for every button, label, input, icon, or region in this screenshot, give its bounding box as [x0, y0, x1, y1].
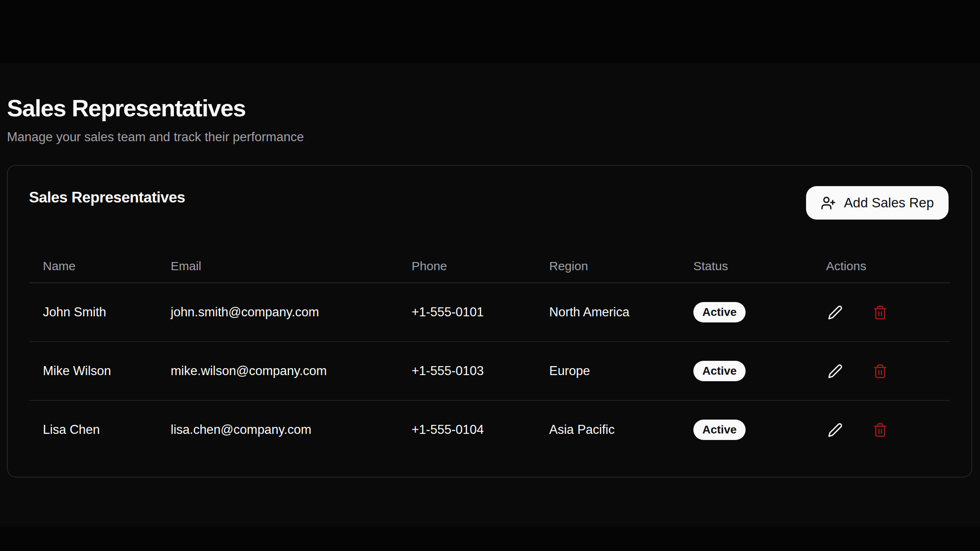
page-subtitle: Manage your sales team and track their p… [7, 129, 304, 145]
edit-button[interactable] [826, 421, 844, 439]
column-header-actions: Actions [812, 250, 950, 283]
delete-button[interactable] [871, 303, 889, 321]
region-cell: Asia Pacific [535, 400, 679, 459]
table-row: Lisa Chen lisa.chen@company.com +1-555-0… [29, 400, 950, 459]
region-cell: Europe [535, 342, 679, 400]
phone-cell: +1-555-0104 [398, 400, 535, 459]
trash-icon [873, 305, 888, 320]
pencil-icon [828, 305, 843, 320]
actions-cell [812, 342, 950, 400]
user-plus-icon [821, 196, 836, 211]
trash-icon [873, 422, 888, 438]
status-badge: Active [693, 420, 746, 440]
name-cell: Lisa Chen [29, 400, 157, 459]
reps-table: Name Email Phone Region Status Actions J… [29, 250, 950, 459]
name-cell: John Smith [29, 283, 157, 342]
region-cell: North America [535, 283, 679, 342]
pencil-icon [828, 364, 843, 379]
table-header-row: Name Email Phone Region Status Actions [29, 250, 950, 283]
table-row: John Smith john.smith@company.com +1-555… [29, 283, 950, 342]
column-header-phone: Phone [398, 250, 535, 283]
status-badge: Active [693, 361, 746, 381]
edit-button[interactable] [826, 303, 844, 321]
status-cell: Active [679, 342, 812, 400]
status-cell: Active [679, 283, 812, 342]
pencil-icon [828, 422, 843, 438]
add-sales-rep-button[interactable]: Add Sales Rep [806, 186, 949, 220]
add-sales-rep-label: Add Sales Rep [844, 195, 934, 211]
phone-cell: +1-555-0101 [398, 283, 535, 342]
phone-cell: +1-555-0103 [398, 342, 535, 400]
email-cell: mike.wilson@company.com [157, 342, 398, 400]
actions-cell [812, 283, 950, 342]
table-row: Mike Wilson mike.wilson@company.com +1-5… [29, 342, 950, 400]
page-title: Sales Representatives [7, 95, 245, 121]
email-cell: lisa.chen@company.com [157, 400, 398, 459]
column-header-name: Name [29, 250, 157, 283]
reps-table-wrapper: Name Email Phone Region Status Actions J… [29, 250, 950, 459]
column-header-email: Email [157, 250, 398, 283]
main-content-area: Sales Representatives Manage your sales … [0, 63, 980, 527]
sales-reps-card: Sales Representatives Add Sales Rep [7, 165, 972, 478]
card-title: Sales Representatives [29, 189, 185, 206]
delete-button[interactable] [871, 362, 889, 380]
column-header-status: Status [679, 250, 812, 283]
actions-cell [812, 400, 950, 459]
status-badge: Active [693, 302, 746, 322]
email-cell: john.smith@company.com [157, 283, 398, 342]
status-cell: Active [679, 400, 812, 459]
delete-button[interactable] [871, 421, 889, 439]
name-cell: Mike Wilson [29, 342, 157, 400]
trash-icon [873, 364, 888, 379]
column-header-region: Region [535, 250, 679, 283]
edit-button[interactable] [826, 362, 844, 380]
